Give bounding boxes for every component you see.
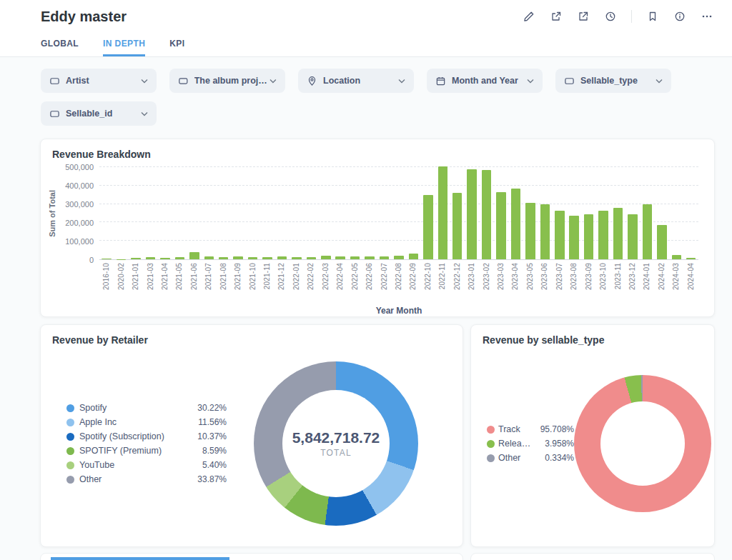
- bar[interactable]: [277, 256, 287, 259]
- legend-label: Spotify: [79, 403, 188, 413]
- legend-item[interactable]: Spotify30.22%: [66, 403, 227, 413]
- bar[interactable]: [569, 216, 578, 259]
- bar-slot: [523, 167, 538, 259]
- bar[interactable]: [380, 256, 389, 259]
- legend-item[interactable]: Apple Inc11.56%: [66, 417, 227, 427]
- filter-sellable-type[interactable]: Sellable_type: [555, 69, 671, 93]
- bar[interactable]: [350, 256, 360, 259]
- bar[interactable]: [248, 257, 257, 259]
- x-axis-tick-label: 2021-11: [264, 263, 271, 289]
- bar[interactable]: [409, 254, 418, 259]
- field-icon: [49, 76, 60, 86]
- legend-label: Other: [79, 474, 188, 484]
- bar[interactable]: [672, 255, 681, 259]
- bar-slot: [508, 167, 523, 259]
- more-ellipsis-icon[interactable]: [701, 10, 713, 23]
- bar[interactable]: [233, 256, 242, 259]
- bar-slot: [655, 167, 669, 259]
- sharing-icon[interactable]: [550, 10, 563, 23]
- x-label-slot: 2021-10: [245, 263, 259, 290]
- bar[interactable]: [335, 256, 345, 259]
- bar[interactable]: [394, 256, 403, 259]
- bar[interactable]: [160, 258, 169, 259]
- info-icon[interactable]: [673, 10, 686, 23]
- bar[interactable]: [292, 257, 301, 259]
- bar[interactable]: [307, 257, 316, 259]
- tab-in-depth[interactable]: IN DEPTH: [103, 30, 145, 56]
- legend-item[interactable]: Other33.87%: [66, 474, 227, 484]
- revenue-by-retailer-card: Revenue by Retailer Spotify30.22%Apple I…: [40, 324, 463, 547]
- bar[interactable]: [657, 225, 666, 259]
- x-axis-tick-label: 2022-09: [410, 263, 417, 290]
- x-label-slot: 2021-09: [231, 263, 245, 290]
- bar-slot: [392, 167, 406, 259]
- filter-label: Location: [323, 76, 360, 86]
- sellable-donut[interactable]: [574, 375, 711, 512]
- export-icon[interactable]: [577, 10, 590, 23]
- bar[interactable]: [102, 259, 111, 259]
- bar-slot: [465, 167, 479, 259]
- bar[interactable]: [262, 257, 272, 259]
- bar[interactable]: [555, 211, 564, 259]
- x-label-slot: 2021-04: [158, 263, 172, 290]
- legend-item[interactable]: Track95.708%: [487, 424, 574, 434]
- bar[interactable]: [511, 189, 520, 259]
- bar[interactable]: [175, 257, 184, 259]
- bar[interactable]: [189, 252, 199, 259]
- bar-slot: [625, 167, 640, 259]
- bar[interactable]: [496, 192, 505, 259]
- bar-yticks: 500,000400,000300,000200,000100,0000: [59, 167, 99, 260]
- legend-label: Track: [498, 424, 534, 434]
- bar[interactable]: [525, 203, 535, 259]
- bar[interactable]: [219, 257, 228, 259]
- tab-kpi[interactable]: KPI: [169, 30, 184, 56]
- filter-sellable-id[interactable]: Sellable_id: [41, 101, 157, 126]
- bar[interactable]: [146, 257, 155, 259]
- bar[interactable]: [584, 214, 593, 259]
- bar[interactable]: [438, 166, 447, 259]
- bar-slot: [640, 167, 654, 259]
- bar[interactable]: [482, 170, 491, 259]
- x-axis-tick-label: 2022-05: [352, 263, 359, 290]
- bar[interactable]: [686, 258, 696, 259]
- legend-item[interactable]: SPOTIFY (Premium)8.59%: [66, 446, 227, 456]
- bar[interactable]: [467, 169, 476, 259]
- x-axis-tick-label: 2023-04: [512, 263, 519, 290]
- x-axis-tick-label: 2022-12: [454, 263, 461, 290]
- legend-item[interactable]: Spotify (Subscription)10.37%: [66, 431, 227, 441]
- x-label-slot: 2021-03: [143, 263, 157, 290]
- x-axis-tick-label: 2016-10: [103, 263, 110, 290]
- legend-color-dot: [66, 447, 74, 455]
- legend-color-dot: [66, 461, 74, 469]
- legend-item[interactable]: Relea…3.958%: [487, 439, 574, 449]
- bookmark-icon[interactable]: [646, 10, 659, 23]
- bar[interactable]: [598, 211, 608, 259]
- dashboard-grid: Revenue Breakdown Sum of Total 500,00040…: [0, 139, 732, 560]
- filter-artist[interactable]: Artist: [41, 69, 157, 93]
- retailer-donut[interactable]: 5,842,718.72 TOTAL: [254, 361, 418, 526]
- history-clock-icon[interactable]: [604, 10, 617, 23]
- tab-global[interactable]: GLOBAL: [41, 30, 79, 56]
- legend-color-dot: [487, 426, 495, 434]
- filter-location[interactable]: Location: [298, 69, 414, 93]
- bar[interactable]: [628, 214, 637, 259]
- bar[interactable]: [613, 208, 623, 259]
- bar[interactable]: [321, 256, 330, 259]
- bar[interactable]: [365, 256, 374, 259]
- bar[interactable]: [540, 204, 550, 259]
- bar[interactable]: [643, 204, 652, 259]
- bar[interactable]: [452, 193, 462, 259]
- bar-slot: [669, 167, 683, 259]
- x-axis-tick-label: 2022-08: [395, 263, 402, 290]
- edit-pencil-icon[interactable]: [523, 10, 535, 23]
- legend-item[interactable]: Other0.334%: [487, 453, 574, 463]
- bar[interactable]: [423, 195, 432, 259]
- x-label-slot: 2021-01: [129, 263, 143, 290]
- filter-album-project[interactable]: The album project: [169, 69, 285, 93]
- bar[interactable]: [204, 256, 214, 259]
- legend-value: 95.708%: [534, 424, 574, 434]
- filter-month-year[interactable]: Month and Year: [427, 69, 543, 93]
- bar[interactable]: [131, 258, 140, 259]
- legend-item[interactable]: YouTube5.40%: [66, 460, 227, 470]
- x-label-slot: 2023-06: [538, 263, 552, 290]
